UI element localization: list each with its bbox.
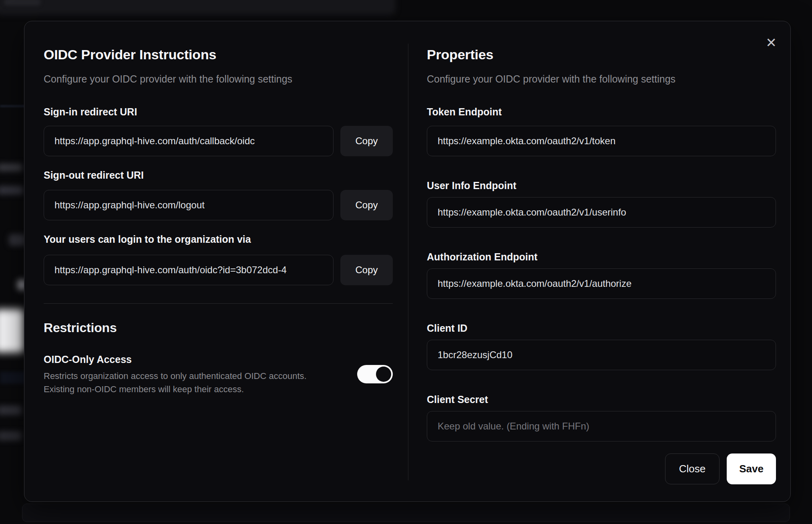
instructions-title: OIDC Provider Instructions <box>44 46 393 64</box>
sign-in-redirect-uri-row: Copy <box>44 126 393 156</box>
login-url-label: Your users can login to the organization… <box>44 233 393 245</box>
user-info-endpoint-row <box>427 197 776 228</box>
authorization-endpoint-row <box>427 268 776 299</box>
close-button[interactable]: Close <box>665 453 720 484</box>
client-secret-input[interactable] <box>427 411 776 441</box>
client-secret-row <box>427 411 776 441</box>
instructions-subtitle: Configure your OIDC provider with the fo… <box>44 72 393 86</box>
background-top-card <box>0 0 396 15</box>
background-text-blur <box>0 163 22 171</box>
page-background: ✕ OIDC Provider Instructions Configure y… <box>0 0 812 524</box>
client-id-label: Client ID <box>427 322 776 334</box>
description-line-1: Restricts organization access to only au… <box>44 371 307 381</box>
save-button[interactable]: Save <box>727 453 776 484</box>
toggle-knob-icon <box>376 367 391 382</box>
properties-subtitle: Configure your OIDC provider with the fo… <box>427 72 776 86</box>
description-line-2: Existing non-OIDC members will keep thei… <box>44 384 244 394</box>
sign-in-redirect-uri-label: Sign-in redirect URI <box>44 106 393 118</box>
oidc-only-access-row: OIDC-Only Access Restricts organization … <box>44 354 393 396</box>
oidc-only-access-toggle[interactable] <box>357 365 393 383</box>
token-endpoint-row <box>427 126 776 156</box>
oidc-only-access-text: OIDC-Only Access Restricts organization … <box>44 354 324 396</box>
background-divider-line <box>0 105 25 107</box>
client-secret-label: Client Secret <box>427 393 776 405</box>
oidc-only-access-label: OIDC-Only Access <box>44 354 324 365</box>
authorization-endpoint-input[interactable] <box>427 268 776 299</box>
background-bottom-card <box>22 504 790 522</box>
column-divider <box>408 44 408 480</box>
oidc-only-access-description: Restricts organization access to only au… <box>44 369 324 396</box>
sign-out-redirect-uri-input[interactable] <box>44 190 334 220</box>
sign-out-redirect-uri-row: Copy <box>44 190 393 220</box>
restrictions-title: Restrictions <box>44 320 393 335</box>
login-url-row: Copy <box>44 255 393 285</box>
login-url-input[interactable] <box>44 255 334 285</box>
copy-button-login-url[interactable]: Copy <box>340 255 393 285</box>
token-endpoint-label: Token Endpoint <box>427 106 776 118</box>
token-endpoint-input[interactable] <box>427 126 776 156</box>
copy-button-sign-out[interactable]: Copy <box>340 190 393 220</box>
background-top-pill <box>4 0 41 6</box>
background-text-blur <box>0 186 23 195</box>
client-id-row <box>427 340 776 370</box>
section-divider <box>44 303 393 304</box>
user-info-endpoint-input[interactable] <box>427 197 776 228</box>
properties-section: Properties Configure your OIDC provider … <box>427 46 776 484</box>
background-band-blur <box>0 372 25 384</box>
background-text-blur <box>0 431 22 441</box>
background-item-blur <box>9 234 26 246</box>
copy-button-sign-in[interactable]: Copy <box>340 126 393 156</box>
sign-in-redirect-uri-input[interactable] <box>44 126 334 156</box>
properties-title: Properties <box>427 46 776 64</box>
modal-actions: Close Save <box>427 453 776 484</box>
oidc-settings-modal: ✕ OIDC Provider Instructions Configure y… <box>24 21 791 502</box>
sign-out-redirect-uri-label: Sign-out redirect URI <box>44 169 393 181</box>
authorization-endpoint-label: Authorization Endpoint <box>427 251 776 263</box>
background-white-button-blur <box>0 309 24 353</box>
user-info-endpoint-label: User Info Endpoint <box>427 179 776 191</box>
background-text-blur <box>0 405 22 415</box>
oidc-instructions-section: OIDC Provider Instructions Configure you… <box>44 46 393 396</box>
client-id-input[interactable] <box>427 340 776 370</box>
